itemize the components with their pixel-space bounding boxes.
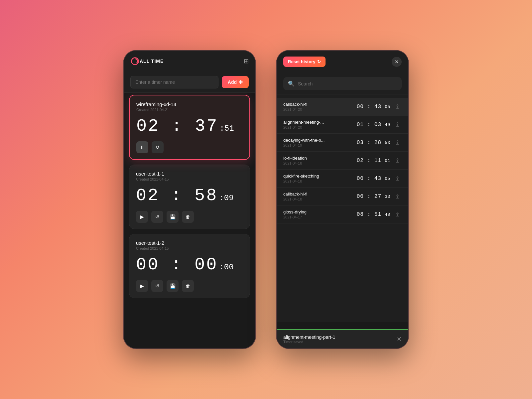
timer-display: 02 : 58 :09 — [136, 186, 243, 205]
save-button[interactable]: 💾 — [167, 211, 179, 223]
list-item: callback-hi-fi 2021-04-20 00 : 43 05 🗑 — [277, 98, 408, 116]
history-item-time: 00 : 27 33 — [357, 194, 390, 200]
timer-created: Created 2021-04-15 — [136, 246, 243, 250]
notification-subtitle: Timer saved — [283, 340, 335, 344]
history-item-time: 01 : 03 49 — [357, 122, 390, 128]
add-timer-bar: Add ✚ — [124, 72, 255, 93]
list-item: decaying-with-the-b... 2021-04-19 03 : 2… — [277, 134, 408, 152]
timer-created: Created 2021-04-15 — [136, 177, 243, 181]
history-item-date: 2021-04-17 — [283, 215, 353, 219]
history-overlay: Reset history ↻ ✕ 🔍 callback-hi-fi 2 — [277, 51, 408, 322]
history-item-time: 00 : 43 05 — [357, 104, 390, 110]
history-item-date: 2021-04-18 — [283, 161, 353, 165]
timer-name: wireframing-xd-14 — [136, 101, 243, 107]
pause-button[interactable]: ⏸ — [136, 141, 148, 153]
delete-button[interactable]: 🗑 — [182, 211, 194, 223]
refresh-icon: ↻ — [317, 59, 321, 64]
reset-button[interactable]: ↺ — [151, 280, 163, 292]
timer-display: 00 : 00 :00 — [136, 255, 243, 275]
history-item-date: 2021-04-18 — [283, 197, 353, 201]
add-button[interactable]: Add ✚ — [222, 76, 249, 88]
grid-icon: ⊞ — [244, 58, 249, 65]
timer-created: Created 2021-04-21 — [136, 108, 243, 112]
timer-card-active: wireframing-xd-14 Created 2021-04-21 02 … — [129, 95, 250, 160]
search-input-wrap: 🔍 — [283, 77, 402, 90]
timer-card-3: user-test-1-2 Created 2021-04-15 00 : 00… — [129, 234, 250, 298]
list-item: alignment-meeting-... 2021-04-20 01 : 03… — [277, 116, 408, 134]
history-header: Reset history ↻ ✕ — [277, 51, 408, 73]
timer-main-time: 02 : 37 — [136, 116, 218, 136]
play-button[interactable]: ▶ — [136, 211, 148, 223]
close-history-button[interactable]: ✕ — [392, 57, 402, 67]
history-item-time: 02 : 11 01 — [357, 158, 390, 164]
history-item-date: 2021-04-18 — [283, 179, 353, 183]
search-input[interactable] — [298, 81, 397, 86]
history-item-date: 2021-04-20 — [283, 107, 353, 111]
plus-icon: ✚ — [239, 79, 243, 85]
history-delete-button[interactable]: 🗑 — [394, 138, 402, 147]
history-item-name: quickfire-sketching — [283, 174, 353, 179]
timers-container: wireframing-xd-14 Created 2021-04-21 02 … — [124, 93, 255, 304]
timer-name-input[interactable] — [130, 76, 218, 88]
search-icon: 🔍 — [288, 80, 295, 87]
history-item-time: 00 : 43 05 — [357, 176, 390, 182]
list-item: callback-hi-fi 2021-04-18 00 : 27 33 🗑 — [277, 188, 408, 205]
timer-main-time: 02 : 58 — [136, 186, 218, 205]
history-item-date: 2021-04-20 — [283, 125, 353, 129]
reset-button[interactable]: ↺ — [152, 141, 164, 153]
history-item-time: 08 : 51 48 — [357, 211, 390, 217]
history-delete-button[interactable]: 🗑 — [394, 210, 402, 219]
timer-seconds: :51 — [219, 124, 234, 133]
timer-main-time: 00 : 00 — [136, 255, 218, 275]
list-item: lo-fi-ideation 2021-04-18 02 : 11 01 🗑 — [277, 152, 408, 170]
timer-seconds: :09 — [219, 194, 233, 202]
timer-controls: ⏸ ↺ — [136, 141, 243, 153]
timer-name: user-test-1-2 — [136, 240, 243, 246]
list-item: quickfire-sketching 2021-04-18 00 : 43 0… — [277, 170, 408, 188]
history-delete-button[interactable]: 🗑 — [394, 120, 402, 129]
history-delete-button[interactable]: 🗑 — [394, 102, 402, 111]
notification-bar: alignment-meeting-part-1 Timer saved ✕ — [277, 329, 408, 348]
timer-controls: ▶ ↺ 💾 🗑 — [136, 280, 243, 292]
timer-name: user-test-1-1 — [136, 171, 243, 177]
history-item-name: callback-hi-fi — [283, 102, 353, 107]
history-item-name: callback-hi-fi — [283, 192, 353, 197]
history-item-time: 03 : 28 53 — [357, 140, 390, 146]
history-delete-button[interactable]: 🗑 — [394, 156, 402, 165]
timer-card-2: user-test-1-1 Created 2021-04-15 02 : 58… — [129, 165, 250, 229]
timer-display: 02 : 37 :51 — [136, 116, 243, 136]
reset-history-button[interactable]: Reset history ↻ — [283, 57, 326, 67]
history-delete-button[interactable]: 🗑 — [394, 192, 402, 201]
history-item-name: decaying-with-the-b... — [283, 138, 353, 143]
history-list: callback-hi-fi 2021-04-20 00 : 43 05 🗑 a… — [277, 94, 408, 322]
history-item-name: alignment-meeting-... — [283, 120, 353, 125]
delete-button[interactable]: 🗑 — [182, 280, 194, 292]
search-bar: 🔍 — [277, 73, 408, 94]
save-button[interactable]: 💾 — [167, 280, 179, 292]
list-item: gloss-drying 2021-04-17 08 : 51 48 🗑 — [277, 205, 408, 223]
left-phone: ALL TIME ⊞ Add ✚ wireframing-xd-14 Creat… — [123, 50, 256, 349]
play-button[interactable]: ▶ — [136, 280, 148, 292]
header-title: ALL TIME — [140, 59, 244, 64]
timer-controls: ▶ ↺ 💾 🗑 — [136, 211, 243, 223]
timer-seconds: :00 — [219, 263, 233, 272]
logo-icon — [130, 57, 140, 66]
right-phone: A... Enter a... wireframi... Creat... 0 … — [276, 50, 409, 349]
left-header: ALL TIME ⊞ — [124, 51, 255, 72]
history-delete-button[interactable]: 🗑 — [394, 174, 402, 183]
notification-timer-name: alignment-meeting-part-1 — [283, 334, 335, 340]
history-item-name: gloss-drying — [283, 209, 353, 214]
history-item-name: lo-fi-ideation — [283, 156, 353, 161]
history-item-date: 2021-04-19 — [283, 143, 353, 147]
notification-close-button[interactable]: ✕ — [397, 335, 402, 343]
reset-button[interactable]: ↺ — [151, 211, 163, 223]
